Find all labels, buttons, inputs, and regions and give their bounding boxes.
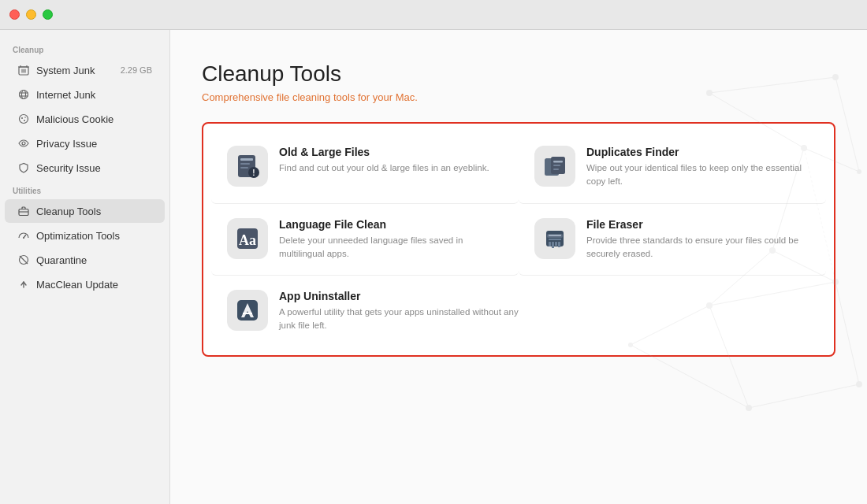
sidebar-item-system-junk[interactable]: System Junk 2.29 GB <box>5 58 165 82</box>
briefcase-icon <box>17 205 30 217</box>
svg-point-13 <box>24 120 25 121</box>
quarantine-icon <box>17 254 30 266</box>
arrow-up-icon <box>17 278 30 291</box>
tool-item-file-eraser[interactable]: File Eraser Provide three standards to e… <box>519 204 826 276</box>
sidebar-label-security-issue: Security Issue <box>36 162 152 174</box>
tool-item-old-large-files[interactable]: ! Old & Large Files Find and cut out you… <box>211 132 519 204</box>
svg-text:Aa: Aa <box>239 232 256 248</box>
svg-point-15 <box>22 142 25 145</box>
tool-info-app-uninstaller: App Uninstaller A powerful utility that … <box>279 290 519 333</box>
svg-point-7 <box>20 91 28 99</box>
sidebar-item-security-issue[interactable]: Security Issue <box>5 156 165 180</box>
svg-point-45 <box>746 405 752 411</box>
sidebar-label-system-junk: System Junk <box>36 65 114 76</box>
tool-info-file-eraser: File Eraser Provide three standards to e… <box>586 218 810 261</box>
svg-line-27 <box>835 77 859 172</box>
sidebar-item-malicious-cookie[interactable]: Malicious Cookie <box>5 107 165 131</box>
tool-desc-language-file-clean: Delete your unneeded language files save… <box>279 234 503 261</box>
language-icon: Aa <box>233 224 262 253</box>
tools-grid: ! Old & Large Files Find and cut out you… <box>211 132 826 276</box>
svg-rect-63 <box>552 242 554 248</box>
svg-rect-50 <box>240 167 248 169</box>
svg-point-42 <box>857 169 861 174</box>
sidebar-item-macclean-update[interactable]: MacClean Update <box>5 272 165 296</box>
sidebar-label-macclean-update: MacClean Update <box>36 279 152 291</box>
svg-rect-62 <box>549 242 551 246</box>
sidebar-item-cleanup-tools[interactable]: Cleanup Tools <box>5 199 165 223</box>
close-button[interactable] <box>9 9 20 20</box>
tool-grid-empty <box>534 276 826 347</box>
tool-name-app-uninstaller: App Uninstaller <box>279 290 519 302</box>
main-content: Cleanup Tools Comprehensive file cleanin… <box>170 30 867 504</box>
tools-grid-container: ! Old & Large Files Find and cut out you… <box>202 122 835 357</box>
sidebar-label-malicious-cookie: Malicious Cookie <box>36 113 152 125</box>
tool-item-app-uninstaller[interactable]: App Uninstaller A powerful utility that … <box>211 276 534 347</box>
svg-text:!: ! <box>252 169 255 177</box>
tool-info-old-large-files: Old & Large Files Find and cut out your … <box>279 146 503 175</box>
sidebar-label-internet-junk: Internet Junk <box>36 89 152 101</box>
title-bar <box>0 0 867 30</box>
svg-rect-57 <box>553 169 559 170</box>
sidebar-section-cleanup: Cleanup <box>0 39 169 57</box>
eraser-icon <box>541 224 569 253</box>
tool-desc-app-uninstaller: A powerful utility that gets your apps u… <box>279 306 519 333</box>
bottom-row: App Uninstaller A powerful utility that … <box>211 276 826 347</box>
sidebar: Cleanup System Junk 2.29 GB <box>0 30 170 504</box>
sidebar-item-privacy-issue[interactable]: Privacy Issue <box>5 132 165 155</box>
uninstaller-icon <box>233 296 262 324</box>
uninstaller-icon-wrap <box>227 290 268 331</box>
gauge-icon <box>17 229 30 242</box>
page-subtitle: Comprehensive file cleaning tools for yo… <box>202 91 835 103</box>
sidebar-item-optimization-tools[interactable]: Optimization Tools <box>5 224 165 247</box>
svg-rect-48 <box>240 158 253 161</box>
old-files-icon-wrap: ! <box>227 146 268 187</box>
svg-rect-65 <box>558 242 560 247</box>
tool-desc-file-eraser: Provide three standards to ensure your f… <box>586 234 810 261</box>
minimize-button[interactable] <box>26 9 36 20</box>
sidebar-label-cleanup-tools: Cleanup Tools <box>36 206 152 217</box>
svg-line-31 <box>835 282 859 384</box>
svg-rect-67 <box>549 235 561 236</box>
tool-item-language-file-clean[interactable]: Aa Language File Clean Delete your unnee… <box>211 204 519 276</box>
old-files-icon: ! <box>233 152 262 180</box>
tool-item-duplicates-finder[interactable]: Duplicates Finder Wipe out your identica… <box>519 132 826 204</box>
sidebar-label-privacy-issue: Privacy Issue <box>36 138 152 150</box>
sidebar-section-utilities: Utilities <box>0 180 169 198</box>
tool-name-duplicates-finder: Duplicates Finder <box>586 146 810 158</box>
svg-point-19 <box>23 237 24 239</box>
tool-desc-duplicates-finder: Wipe out your identical files to keep on… <box>586 161 810 189</box>
globe-icon <box>17 88 30 101</box>
cookie-icon <box>17 113 30 125</box>
sidebar-label-quarantine: Quarantine <box>36 254 152 266</box>
svg-point-12 <box>21 117 23 119</box>
sidebar-item-internet-junk[interactable]: Internet Junk <box>5 83 165 106</box>
svg-point-14 <box>24 117 26 118</box>
eye-icon <box>17 137 30 150</box>
trash-icon <box>17 64 30 76</box>
duplicates-icon <box>541 152 569 180</box>
svg-point-11 <box>20 115 28 124</box>
sidebar-label-optimization-tools: Optimization Tools <box>36 230 152 242</box>
app-container: Cleanup System Junk 2.29 GB <box>0 30 867 504</box>
svg-point-8 <box>22 91 26 99</box>
tool-info-language-file-clean: Language File Clean Delete your unneeded… <box>279 218 503 261</box>
eraser-icon-wrap <box>534 218 575 259</box>
language-icon-wrap: Aa <box>227 218 268 259</box>
shield-icon <box>17 161 30 174</box>
svg-line-33 <box>749 384 859 408</box>
page-title: Cleanup Tools <box>202 61 835 87</box>
svg-rect-64 <box>555 242 557 246</box>
tool-name-file-eraser: File Eraser <box>586 218 810 231</box>
maximize-button[interactable] <box>43 9 53 20</box>
tool-name-old-large-files: Old & Large Files <box>279 146 503 158</box>
svg-point-44 <box>856 381 862 387</box>
duplicates-icon-wrap <box>534 146 575 187</box>
sidebar-item-quarantine[interactable]: Quarantine <box>5 248 165 272</box>
svg-rect-55 <box>553 161 563 163</box>
svg-rect-49 <box>240 163 250 165</box>
sidebar-badge-system-junk: 2.29 GB <box>121 65 152 75</box>
svg-rect-61 <box>549 239 561 240</box>
tool-name-language-file-clean: Language File Clean <box>279 218 503 231</box>
tool-info-duplicates-finder: Duplicates Finder Wipe out your identica… <box>586 146 810 189</box>
tool-desc-old-large-files: Find and cut out your old & large files … <box>279 161 503 175</box>
